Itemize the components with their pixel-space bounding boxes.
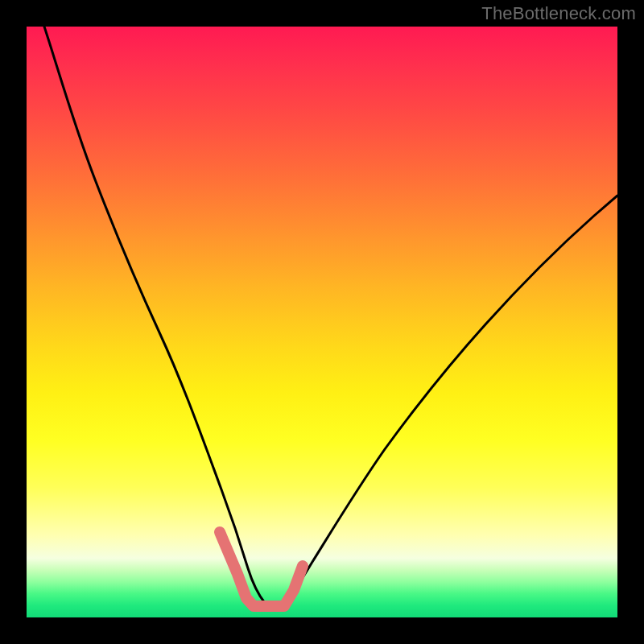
bottleneck-curve <box>44 27 617 606</box>
watermark-text: TheBottleneck.com <box>481 3 636 24</box>
highlight-trough <box>220 532 303 606</box>
plot-area <box>27 27 617 617</box>
curve-layer <box>27 27 617 617</box>
chart-frame: TheBottleneck.com <box>0 0 644 644</box>
